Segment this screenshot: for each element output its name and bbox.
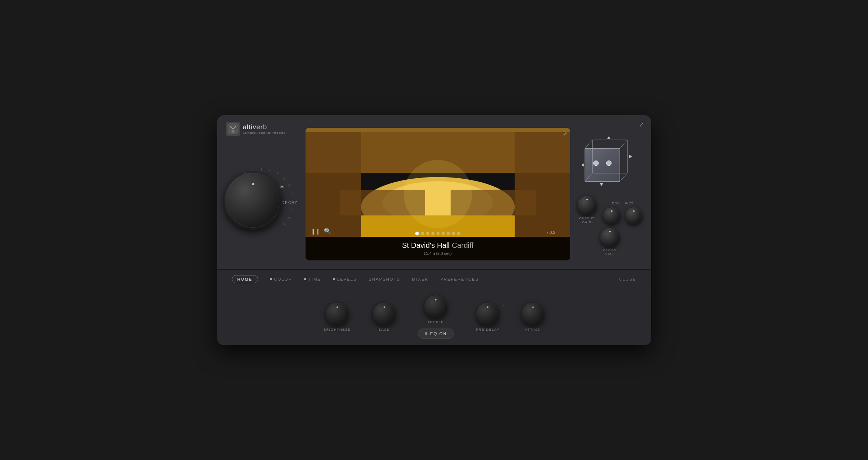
eq-dot bbox=[425, 332, 427, 335]
svg-marker-43 bbox=[581, 163, 584, 167]
top-section: altiverb Sampled Acoustics Processor bbox=[217, 115, 651, 270]
tab-color-dot bbox=[270, 278, 272, 280]
brightness-section: BRIGHTNESS bbox=[324, 303, 351, 331]
right-controls: OUTPUTGAIN DRY WET bbox=[578, 131, 642, 256]
music-note-icon: ♪ bbox=[503, 301, 505, 307]
venue-dot-0[interactable] bbox=[415, 232, 419, 235]
venue-duration: 11.4m (2.0 sec) bbox=[424, 251, 452, 256]
svg-rect-47 bbox=[585, 148, 620, 182]
close-button[interactable]: CLOSE bbox=[619, 277, 636, 281]
cloud-size-label: CLOUDSIZE bbox=[603, 249, 617, 256]
svg-line-20 bbox=[282, 222, 285, 225]
venue-city: Cardiff bbox=[452, 241, 473, 250]
logo-text: altiverb Sampled Acoustics Processor bbox=[243, 123, 287, 134]
bass-label: BASS bbox=[379, 328, 390, 331]
treble-label: TREBLE bbox=[428, 320, 444, 324]
tab-color-label: COLOR bbox=[274, 277, 292, 281]
svg-line-16 bbox=[292, 193, 294, 193]
pre-delay-indicator bbox=[487, 306, 489, 308]
logo-box bbox=[226, 122, 240, 136]
cloud-size-group: CLOUDSIZE bbox=[600, 228, 620, 256]
output-gain-knob[interactable] bbox=[578, 196, 597, 215]
tab-snapshots[interactable]: SNAPSHOTS bbox=[369, 275, 401, 283]
decay-section: DECAY bbox=[225, 165, 298, 238]
dry-label: DRY bbox=[612, 201, 620, 205]
venue-dot-7[interactable] bbox=[452, 232, 455, 235]
output-gain-indicator bbox=[586, 199, 588, 200]
attack-knob[interactable] bbox=[522, 303, 544, 326]
brightness-indicator bbox=[336, 306, 338, 308]
bass-knob[interactable] bbox=[373, 303, 396, 326]
dry-indicator bbox=[611, 210, 613, 212]
decay-knob[interactable] bbox=[225, 173, 282, 230]
venue-dot-8[interactable] bbox=[457, 232, 460, 235]
svg-line-15 bbox=[288, 185, 290, 186]
attack-section: ATTACK bbox=[522, 303, 544, 331]
bass-section: BASS bbox=[373, 303, 396, 331]
fullscreen-icon[interactable]: ⤢ bbox=[639, 121, 644, 128]
tab-home-label: HOME bbox=[237, 277, 253, 281]
3d-position-box[interactable] bbox=[579, 131, 641, 192]
svg-rect-1 bbox=[232, 130, 234, 133]
svg-point-34 bbox=[403, 160, 472, 228]
3d-box-svg bbox=[581, 134, 638, 190]
wet-indicator bbox=[633, 210, 635, 212]
tab-preferences[interactable]: PREFERENCES bbox=[440, 275, 479, 283]
tab-preferences-label: PREFERENCES bbox=[440, 277, 479, 281]
eq-on-button[interactable]: EQ ON bbox=[418, 329, 454, 339]
plugin-container: altiverb Sampled Acoustics Processor bbox=[217, 115, 651, 345]
venue-dot-5[interactable] bbox=[442, 232, 445, 235]
svg-marker-44 bbox=[629, 155, 632, 158]
venue-dot-3[interactable] bbox=[431, 232, 434, 235]
cloud-size-knob[interactable] bbox=[600, 228, 620, 247]
venue-action-icons: ❙❙ 🔍 bbox=[311, 228, 331, 235]
svg-line-18 bbox=[292, 209, 294, 210]
svg-line-10 bbox=[253, 169, 253, 171]
svg-line-12 bbox=[269, 169, 270, 171]
venue-dot-4[interactable] bbox=[437, 232, 440, 235]
dry-knob[interactable] bbox=[603, 207, 620, 224]
output-gain-group: OUTPUTGAIN bbox=[578, 196, 597, 224]
bottom-section: HOME COLOR TIME LEVELS SNAPSHOTS MIXER bbox=[217, 270, 651, 345]
search-icon[interactable]: 🔍 bbox=[324, 228, 331, 235]
treble-indicator bbox=[435, 299, 437, 301]
tab-color[interactable]: COLOR bbox=[270, 275, 292, 283]
treble-knob[interactable] bbox=[424, 295, 447, 318]
tab-home[interactable]: HOME bbox=[232, 275, 258, 283]
svg-line-13 bbox=[277, 172, 278, 174]
right-knobs-row: OUTPUTGAIN DRY WET bbox=[578, 196, 642, 224]
brightness-knob[interactable] bbox=[326, 303, 349, 326]
venue-name: St David's Hall bbox=[402, 241, 449, 250]
venue-info-bar: St David's Hall Cardiff 11.4m (2.0 sec) bbox=[306, 237, 570, 260]
brightness-label: BRIGHTNESS bbox=[324, 328, 351, 331]
output-gain-label: OUTPUTGAIN bbox=[579, 217, 595, 224]
tab-mixer[interactable]: MIXER bbox=[412, 275, 428, 283]
tab-mixer-label: MIXER bbox=[412, 277, 428, 281]
venue-format: 7.0.2 bbox=[546, 230, 555, 235]
svg-line-14 bbox=[282, 177, 285, 180]
wet-label: WET bbox=[625, 201, 634, 205]
nav-tabs: HOME COLOR TIME LEVELS SNAPSHOTS MIXER bbox=[217, 270, 651, 289]
cloud-size-indicator bbox=[609, 231, 611, 232]
venue-dot-2[interactable] bbox=[426, 232, 429, 235]
eq-on-label: EQ ON bbox=[430, 331, 447, 336]
tab-time-dot bbox=[304, 278, 306, 280]
tab-levels[interactable]: LEVELS bbox=[333, 275, 357, 283]
svg-line-37 bbox=[585, 140, 592, 148]
treble-section: TREBLE EQ ON bbox=[418, 295, 454, 339]
pre-delay-knob[interactable] bbox=[476, 303, 499, 326]
svg-line-39 bbox=[620, 173, 627, 182]
expand-icon[interactable]: ⤢ bbox=[563, 131, 567, 137]
wet-knob[interactable] bbox=[625, 207, 642, 224]
browse-icon[interactable]: ❙❙ bbox=[311, 228, 320, 235]
venue-dot-1[interactable] bbox=[421, 232, 424, 235]
venue-display: St David's Hall Cardiff 11.4m (2.0 sec) bbox=[306, 128, 570, 260]
logo-area: altiverb Sampled Acoustics Processor bbox=[226, 122, 287, 136]
tab-levels-label: LEVELS bbox=[337, 277, 357, 281]
venue-dot-6[interactable] bbox=[447, 232, 450, 235]
pre-delay-section: ♪ PRE-DELAY bbox=[476, 303, 500, 331]
attack-indicator bbox=[532, 306, 534, 308]
tab-time[interactable]: TIME bbox=[304, 275, 321, 283]
svg-marker-21 bbox=[280, 185, 284, 187]
bass-indicator bbox=[383, 306, 385, 308]
